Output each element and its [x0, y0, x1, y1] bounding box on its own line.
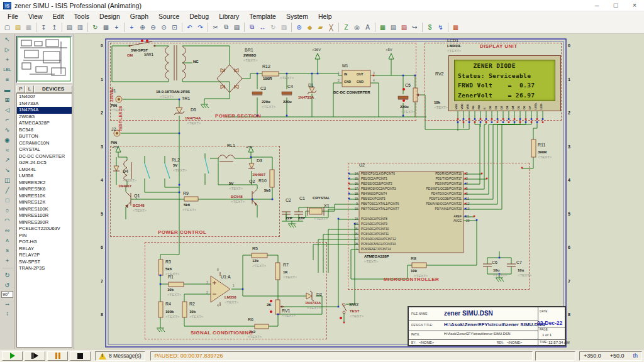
property-assignment-icon[interactable]: A: [363, 22, 373, 32]
rotate-clockwise-icon[interactable]: ↻: [2, 271, 13, 280]
origin-icon[interactable]: +: [112, 22, 122, 32]
save-file-icon[interactable]: ▦: [24, 22, 34, 32]
library-manager-button[interactable]: L: [25, 85, 34, 93]
generator-mode-icon[interactable]: ≈: [2, 146, 13, 155]
device-item[interactable]: CERAMIC10N: [17, 140, 72, 147]
subcircuit-icon[interactable]: ⊞: [2, 96, 13, 104]
menu-tools[interactable]: Tools: [69, 13, 95, 20]
decompose-icon[interactable]: ╳: [326, 22, 336, 32]
text-script-icon[interactable]: ≡: [2, 75, 13, 84]
device-item[interactable]: 1N4733A: [17, 101, 72, 107]
maximize-icon[interactable]: □: [606, 0, 625, 11]
search-tags-icon[interactable]: ◎: [352, 22, 362, 32]
message-indicator[interactable]: ! 8 Message(s): [95, 351, 145, 361]
device-item[interactable]: MINRES10K: [17, 193, 72, 200]
device-item[interactable]: LM044L: [17, 167, 72, 173]
device-item[interactable]: BUTTON: [17, 133, 72, 140]
copy-icon[interactable]: ⧉: [221, 22, 231, 32]
terminal-mode-icon[interactable]: ◁: [2, 106, 13, 114]
menu-graph[interactable]: Graph: [125, 13, 153, 20]
open-folder-icon[interactable]: ▤: [13, 22, 23, 32]
device-item[interactable]: MINRES100R: [17, 212, 72, 219]
device-pin-icon[interactable]: ⌐: [2, 116, 13, 124]
toggle-grid-icon[interactable]: ▦: [101, 22, 111, 32]
device-item[interactable]: LM358: [17, 173, 72, 180]
virtual-instrument-icon[interactable]: ◫: [2, 176, 13, 185]
menu-view[interactable]: View: [23, 13, 48, 20]
close-icon[interactable]: ×: [625, 0, 644, 11]
zoom-in-icon[interactable]: ⊕: [138, 22, 148, 32]
device-item[interactable]: ATMEGA328P: [17, 120, 72, 127]
rotate-anticlockwise-icon[interactable]: ↺: [2, 281, 13, 290]
menu-debug[interactable]: Debug: [184, 13, 214, 20]
device-item[interactable]: PIN: [17, 233, 72, 239]
new-file-icon[interactable]: ▢: [3, 22, 13, 32]
mark-output-area-icon[interactable]: ▥: [75, 22, 86, 32]
pick-parts-icon[interactable]: ⊛: [294, 22, 304, 32]
selection-tool-icon[interactable]: ↖: [2, 35, 13, 44]
2d-line-icon[interactable]: ╱: [2, 186, 13, 195]
2d-symbol-icon[interactable]: S: [2, 246, 13, 255]
menu-template[interactable]: Template: [244, 13, 281, 20]
overview-pane[interactable]: [16, 36, 72, 83]
wire-label-icon[interactable]: LBL: [2, 65, 13, 74]
device-item[interactable]: RELAY2P: [17, 252, 72, 259]
device-item[interactable]: MINRES12K: [17, 199, 72, 206]
import-section-icon[interactable]: ↧: [39, 22, 49, 32]
component-mode-icon[interactable]: ▷: [2, 45, 13, 54]
device-item[interactable]: BC548: [17, 127, 72, 134]
redo-icon[interactable]: ↷: [196, 22, 206, 32]
zoom-out-icon[interactable]: ⊖: [148, 22, 158, 32]
cut-icon[interactable]: ✂: [211, 22, 221, 32]
device-item[interactable]: SW-SPST: [17, 259, 72, 266]
netlist-to-ares-icon[interactable]: ▦: [451, 22, 461, 32]
device-item[interactable]: MINRES390R: [17, 219, 72, 226]
paste-icon[interactable]: ▤: [232, 22, 242, 32]
design-explorer-icon[interactable]: ▦: [378, 22, 388, 32]
block-move-icon[interactable]: ↔: [258, 22, 268, 32]
menu-system[interactable]: System: [281, 13, 313, 20]
bus-mode-icon[interactable]: ▬: [2, 85, 13, 94]
new-sheet-icon[interactable]: ▤: [389, 22, 399, 32]
play-button[interactable]: [2, 351, 23, 361]
device-item[interactable]: CRYSTAL: [17, 146, 72, 153]
voltage-probe-icon[interactable]: ↗: [2, 156, 13, 165]
zoom-area-icon[interactable]: ⊡: [170, 22, 180, 32]
redraw-icon[interactable]: ↻: [91, 22, 101, 32]
goto-sheet-icon[interactable]: ↪: [410, 22, 420, 32]
menu-file[interactable]: File: [3, 13, 23, 20]
flip-horizontal-icon[interactable]: ↔: [2, 299, 13, 308]
menu-design[interactable]: Design: [94, 13, 125, 20]
device-item[interactable]: MINRES5K6: [17, 186, 72, 193]
wire-autorouter-icon[interactable]: Z: [341, 22, 352, 32]
lcd-display[interactable]: ZENER DIODEStatus: ServiceableFRWD Volt …: [448, 55, 561, 111]
2d-arc-icon[interactable]: ◠: [2, 216, 13, 225]
export-section-icon[interactable]: ↥: [50, 22, 60, 32]
rotation-angle-field[interactable]: 90°: [1, 291, 13, 298]
current-probe-icon[interactable]: ↘: [2, 166, 13, 175]
block-delete-icon[interactable]: ▨: [279, 22, 289, 32]
menu-edit[interactable]: Edit: [48, 13, 69, 20]
device-item[interactable]: 2W08G: [17, 114, 72, 121]
device-item[interactable]: MINRES2K2: [17, 180, 72, 187]
2d-marker-icon[interactable]: +: [2, 256, 13, 265]
graph-mode-icon[interactable]: ∿: [2, 126, 13, 134]
2d-text-icon[interactable]: A: [2, 236, 13, 245]
tape-recorder-icon[interactable]: ◉: [2, 136, 13, 145]
device-item[interactable]: TRAN-2P3S: [17, 265, 72, 272]
pan-icon[interactable]: +: [127, 22, 137, 32]
remove-sheet-icon[interactable]: ▤: [399, 22, 409, 32]
packaging-tool-icon[interactable]: ▰: [316, 22, 326, 32]
make-device-icon[interactable]: ◆: [305, 22, 315, 32]
minimize-icon[interactable]: –: [587, 0, 606, 11]
device-item[interactable]: MINRES100K: [17, 206, 72, 213]
2d-box-icon[interactable]: □: [2, 196, 13, 205]
zoom-all-icon[interactable]: ⊙: [159, 22, 169, 32]
bill-of-materials-icon[interactable]: $: [425, 22, 435, 32]
menu-source[interactable]: Source: [153, 13, 184, 20]
step-button[interactable]: [25, 351, 45, 361]
pause-button[interactable]: [47, 351, 68, 361]
2d-path-icon[interactable]: ∾: [2, 226, 13, 235]
junction-dot-icon[interactable]: +: [2, 55, 13, 64]
stop-button[interactable]: [70, 351, 91, 361]
